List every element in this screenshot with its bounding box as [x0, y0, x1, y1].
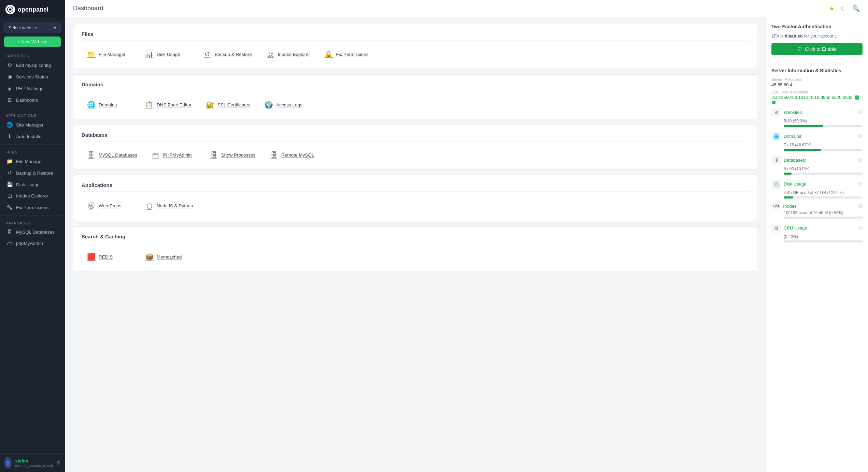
sidebar-item-edit-mysql-config[interactable]: ⚙Edit mysql config: [0, 59, 65, 71]
stat-info-icon-cpu-usage[interactable]: ⓘ: [858, 225, 863, 231]
sidebar-item-phpmyadmin[interactable]: 🗃phpMyAdmin: [0, 238, 65, 249]
stat-bar-websites: [784, 125, 823, 127]
stat-label-domains[interactable]: Domains:: [784, 134, 802, 139]
item-label-backup-restore: Backup & Restore: [215, 52, 252, 57]
item-label-memcached: Memcached: [157, 254, 182, 260]
server-ip-value: 45.55.60.4: [771, 82, 863, 87]
twofa-status: 2FA is disabled for your account.: [771, 33, 863, 40]
grid-item-file-manager[interactable]: 📁File Manager: [82, 47, 136, 62]
stat-icon-domains: 🌐: [771, 132, 781, 141]
stat-value-disk-usage: 4.45 GB used of 37 GB (12.04%): [784, 190, 863, 195]
svg-point-1: [9, 8, 11, 11]
stat-info-icon-disk-usage[interactable]: ⓘ: [858, 181, 863, 187]
sidebar-item-backup-restore[interactable]: ↺Backup & Restore: [0, 167, 65, 179]
username: stefan: [15, 458, 53, 463]
topbar-actions: ★ ☾ 🔍: [829, 5, 860, 12]
stat-info-icon-databases[interactable]: ⓘ: [858, 157, 863, 163]
grid-item-inodes-explorer[interactable]: 🗂Inodes Explorer: [261, 47, 316, 62]
stat-bar-inodes: [784, 217, 784, 219]
grid-item-redis[interactable]: 🟥REDIS: [82, 249, 136, 264]
sidebar-icon-services-status: ◉: [6, 74, 13, 80]
select-website-button[interactable]: Select website ▾: [4, 23, 61, 33]
item-icon-phpmyadmin: 🗃: [152, 151, 160, 159]
sidebar-item-mysql-databases[interactable]: 🗄MySQL Databases: [0, 226, 65, 238]
sidebar-icon-dashboard: ⊞: [6, 97, 13, 103]
stat-label-websites[interactable]: Websites:: [784, 110, 803, 115]
grid-item-dns-zone-editor[interactable]: 📋DNS Zone Editor: [140, 97, 197, 112]
grid-item-backup-restore[interactable]: ↺Backup & Restore: [198, 47, 257, 62]
stat-info-icon-inodes[interactable]: ⓘ: [858, 203, 863, 209]
grid-item-phpmyadmin[interactable]: 🗃PHPMyAdmin: [146, 148, 201, 162]
sidebar-label-dashboard: Dashboard: [16, 98, 39, 103]
section-items-applications: ⓌWordPress⬡NodeJS & Python: [82, 198, 749, 214]
item-label-disk-usage: Disk Usage: [157, 52, 180, 57]
sidebar-item-disk-usage[interactable]: 💾Disk Usage: [0, 179, 65, 190]
enable-2fa-button[interactable]: 🛡 Click to Enable: [771, 43, 863, 55]
grid-item-ssl-certificates[interactable]: 🔐SSL Certificates: [200, 97, 256, 112]
user-subtitle: ubuntu_apache_mysql: [15, 463, 53, 468]
item-label-mysql-databases: MySQL Databases: [99, 152, 137, 158]
grid-item-show-processes[interactable]: 🗄Show Processes: [204, 148, 261, 162]
sidebar-item-inodes-explorer[interactable]: 🗂Inodes Explorer: [0, 190, 65, 202]
grid-item-fix-permissions[interactable]: 🔒Fix Permissions: [319, 47, 374, 62]
section-items-domains: 🌐Domains📋DNS Zone Editor🔐SSL Certificate…: [82, 97, 749, 112]
grid-item-remote-mysql[interactable]: 🗄Remote MySQL: [264, 148, 319, 162]
item-icon-disk-usage: 📊: [145, 50, 153, 58]
sidebar-item-fix-permissions[interactable]: 🔧Fix Permissions: [0, 202, 65, 213]
stat-bar-domains: [784, 149, 821, 151]
dashboard-main: Files📁File Manager📊Disk Usage↺Backup & R…: [65, 17, 766, 472]
sidebar-item-file-manager[interactable]: 📁File Manager: [0, 156, 65, 167]
item-icon-memcached: 📦: [145, 253, 153, 261]
grid-item-wordpress[interactable]: ⓌWordPress: [82, 198, 136, 214]
stat-label-disk-usage[interactable]: Disk Usage:: [784, 181, 808, 187]
item-icon-show-processes: 🗄: [210, 151, 218, 159]
sidebar-header: openpanel: [0, 0, 65, 19]
grid-item-disk-usage[interactable]: 📊Disk Usage: [140, 47, 194, 62]
stat-label-cpu-usage[interactable]: CPU Usage:: [784, 225, 808, 231]
section-applications: ApplicationsⓌWordPress⬡NodeJS & Python: [73, 175, 757, 221]
app-name: openpanel: [18, 6, 48, 13]
sidebar-item-dashboard[interactable]: ⊞Dashboard: [0, 94, 65, 106]
search-icon[interactable]: 🔍: [852, 5, 860, 12]
sidebar-label-php-settings: PHP Settings: [16, 86, 43, 91]
stat-item-domains: 🌐 Domains: ⓘ 7 / 15 (46.67%): [771, 132, 863, 151]
item-icon-access-logs: 🌍: [265, 101, 273, 109]
sidebar-item-site-manager[interactable]: 🌐Site Manager: [0, 119, 65, 131]
sections-container: Files📁File Manager📊Disk Usage↺Backup & R…: [73, 24, 757, 271]
item-label-file-manager: File Manager: [99, 52, 126, 57]
twofa-title: Two-Factor Authentication: [771, 24, 863, 29]
applications-list: 🌐Site Manager⬇Auto Installer: [0, 119, 65, 142]
enable-2fa-label: Click to Enable: [805, 46, 837, 52]
sidebar-item-services-status[interactable]: ◉Services Status: [0, 71, 65, 83]
grid-item-mysql-databases[interactable]: 🗄MySQL Databases: [82, 148, 143, 162]
grid-item-domains[interactable]: 🌐Domains: [82, 97, 136, 112]
grid-item-memcached[interactable]: 📦Memcached: [140, 249, 194, 264]
sidebar-item-auto-installer[interactable]: ⬇Auto Installer: [0, 131, 65, 142]
item-label-inodes-explorer: Inodes Explorer: [278, 52, 310, 57]
server-info-title: Server Information & Statistics: [771, 68, 863, 73]
user-settings-icon[interactable]: ⚙: [56, 460, 61, 466]
item-icon-redis: 🟥: [87, 253, 95, 261]
sidebar-item-php-settings[interactable]: ◈PHP Settings: [0, 83, 65, 94]
ip-indicator: [855, 95, 859, 100]
favorite-icon[interactable]: ★: [829, 5, 835, 12]
dark-mode-icon[interactable]: ☾: [841, 5, 846, 12]
stat-bar-bg-domains: [784, 149, 863, 151]
ip-status-dot: [772, 101, 775, 104]
stat-icon-databases: 🗄: [771, 156, 781, 165]
server-info-section: Server Information & Statistics Server I…: [771, 68, 863, 242]
grid-item-access-logs[interactable]: 🌍Access Logs: [259, 97, 314, 112]
grid-item-nodejs-python[interactable]: ⬡NodeJS & Python: [140, 198, 199, 214]
stat-value-cpu-usage: (0.23%): [784, 234, 863, 239]
stat-info-icon-domains[interactable]: ⓘ: [858, 133, 863, 139]
stat-icon-disk-usage: 💿: [771, 179, 781, 189]
stat-info-icon-websites[interactable]: ⓘ: [858, 109, 863, 115]
sidebar-icon-edit-mysql-config: ⚙: [6, 62, 13, 68]
sidebar-icon-php-settings: ◈: [6, 85, 13, 91]
last-login-label: Last Login IP Address: [771, 90, 863, 94]
item-label-domains: Domains: [99, 102, 117, 107]
stat-label-databases[interactable]: Databases:: [784, 158, 806, 163]
stat-label-inodes[interactable]: Inodes:: [783, 204, 798, 209]
new-website-button[interactable]: + New Website: [4, 36, 61, 47]
server-ip-label: Server IP Address: [771, 77, 863, 82]
